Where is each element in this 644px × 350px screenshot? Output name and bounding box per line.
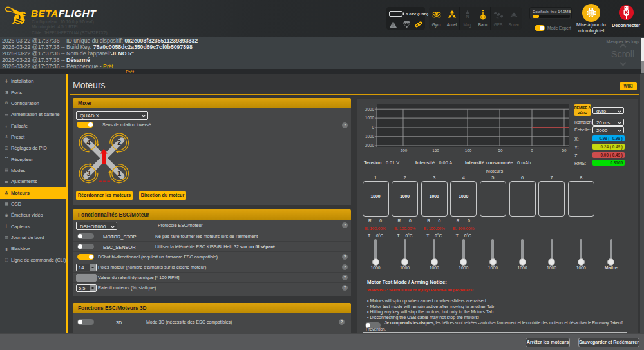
svg-text:2: 2 [117, 139, 121, 146]
svg-text:-200: -200 [399, 148, 408, 153]
svg-text:0: 0 [372, 125, 374, 130]
svg-text:1: 1 [117, 170, 121, 177]
svg-text:0: 0 [531, 148, 533, 153]
svg-text:-50: -50 [497, 148, 503, 153]
svg-text:N: N [466, 14, 469, 19]
svg-text:50: 50 [562, 148, 567, 153]
svg-text:4: 4 [87, 139, 91, 146]
svg-text:1000: 1000 [365, 115, 375, 120]
svg-text:-150: -150 [431, 148, 439, 153]
svg-text:2000: 2000 [365, 107, 375, 112]
svg-text:-1000: -1000 [364, 134, 375, 139]
svg-text:3: 3 [87, 170, 91, 177]
svg-text:-2000: -2000 [364, 143, 375, 148]
svg-text:-100: -100 [464, 148, 472, 153]
